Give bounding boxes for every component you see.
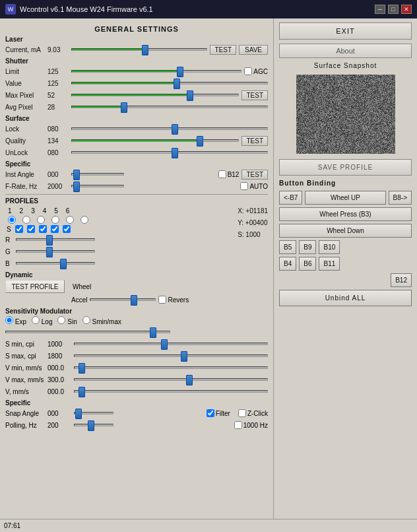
v-label: V, mm/s	[5, 388, 45, 395]
s-min-slider[interactable]	[74, 339, 268, 349]
profile-radio-3[interactable]	[37, 216, 45, 224]
b12-checkbox[interactable]	[218, 170, 226, 178]
surface-lock-slider[interactable]	[71, 123, 268, 134]
agc-checkbox[interactable]	[244, 67, 252, 75]
auto-checkbox[interactable]	[240, 182, 248, 190]
profile-radio-4[interactable]	[51, 216, 59, 224]
profile-check-3[interactable]	[39, 225, 47, 233]
s-min-label: S min, cpi	[5, 341, 45, 348]
v-max-label: V max, mm/s	[5, 376, 45, 383]
profile-radio-6[interactable]	[80, 216, 88, 224]
b10-button[interactable]: B10	[319, 240, 340, 254]
sin-radio[interactable]	[57, 316, 65, 324]
close-button[interactable]: ✕	[401, 5, 412, 14]
v-slider[interactable]	[74, 386, 268, 397]
profile-check-4[interactable]	[51, 225, 59, 233]
surface-unlock-slider[interactable]	[71, 147, 268, 158]
profile-radio-2[interactable]	[22, 216, 30, 224]
g-slider[interactable]	[16, 246, 95, 257]
profile-check-2[interactable]	[27, 225, 35, 233]
auto-checkbox-row: AUTO	[240, 182, 268, 190]
b5-button[interactable]: B5	[279, 240, 296, 254]
filter-checkbox[interactable]	[207, 409, 214, 417]
sens-full-slider[interactable]	[5, 327, 170, 337]
profiles-rgb-container: 1 2 3 4 5 6 S	[5, 206, 268, 269]
laser-save-button[interactable]: SAVE	[239, 45, 268, 55]
exit-button[interactable]: EXIT	[279, 22, 412, 40]
wheel-label: Wheel	[73, 283, 91, 290]
exp-radio-label[interactable]: Exp	[5, 316, 26, 325]
r-slider[interactable]	[16, 234, 95, 245]
s-value: S: 1000	[238, 230, 268, 240]
s-max-slider[interactable]	[74, 350, 268, 361]
laser-test-button[interactable]: TEST	[210, 45, 236, 55]
specific-test-button[interactable]: TEST	[241, 170, 268, 180]
surface-quality-row: Quality 134 TEST	[5, 135, 268, 146]
shutter-test-button[interactable]: TEST	[241, 90, 268, 100]
profile-radio-1[interactable]	[8, 216, 16, 224]
exp-radio[interactable]	[5, 316, 13, 324]
laser-slider[interactable]	[71, 44, 207, 55]
r-label: R	[5, 236, 13, 244]
accel-slider[interactable]	[90, 294, 156, 305]
dynamic-label: Dynamic	[5, 271, 268, 279]
specific-frate-slider[interactable]	[71, 181, 124, 191]
surface-test-button[interactable]: TEST	[241, 136, 268, 146]
unbind-all-button[interactable]: Unbind ALL	[279, 290, 412, 306]
surface-quality-slider[interactable]	[71, 135, 239, 146]
b8-button[interactable]: B8->	[389, 191, 412, 205]
filter-checkbox-row: Filter	[207, 409, 230, 417]
shutter-limit-value: 125	[48, 68, 69, 75]
b9-button[interactable]: B9	[299, 240, 316, 254]
b12-bind-button[interactable]: B12	[391, 273, 412, 287]
wheel-up-button[interactable]: Wheel UP	[305, 191, 385, 205]
profile-num-6: 6	[66, 207, 70, 215]
specific-inst-value: 000	[48, 171, 69, 178]
specific2-polling-row: Polling, Hz 200 1000 Hz	[5, 420, 268, 430]
b-slider[interactable]	[16, 258, 95, 269]
polling-value: 200	[48, 422, 71, 429]
zclick-checkbox[interactable]	[238, 409, 246, 417]
wheel-press-button[interactable]: Wheel Press (B3)	[279, 207, 412, 221]
specific-inst-slider[interactable]	[71, 169, 124, 180]
snap-angle-slider[interactable]	[74, 408, 113, 418]
surface-group-label: Surface	[5, 115, 268, 122]
surface-quality-label: Quality	[5, 137, 45, 145]
about-button[interactable]: About	[279, 44, 412, 58]
test-profile-button[interactable]: TEST PROFILE	[5, 280, 65, 293]
profile-radio-5[interactable]	[66, 216, 74, 224]
profile-check-1[interactable]	[15, 225, 23, 233]
polling-slider[interactable]	[74, 420, 113, 430]
hz1000-checkbox[interactable]	[234, 421, 242, 429]
b7-button[interactable]: <-B7	[279, 191, 302, 205]
v-min-slider[interactable]	[74, 362, 268, 373]
maximize-button[interactable]: □	[388, 5, 399, 14]
zclick-label: Z-Click	[247, 410, 268, 417]
log-radio[interactable]	[32, 316, 40, 324]
sin-radio-label[interactable]: Sin	[57, 316, 77, 325]
revers-checkbox[interactable]	[158, 296, 166, 304]
save-profile-button[interactable]: SAVE PROFILE	[279, 159, 412, 176]
wheel-down-button[interactable]: Wheel Down	[279, 224, 412, 238]
shutter-maxpixel-slider[interactable]	[71, 90, 239, 100]
sminmax-radio-label[interactable]: Smin/max	[82, 316, 121, 325]
b12-label: B12	[228, 171, 240, 178]
surface-snapshot-label: Surface Snapshot	[279, 62, 412, 69]
shutter-limit-slider[interactable]	[71, 66, 241, 77]
v-max-slider[interactable]	[74, 374, 268, 385]
y-value: Y: +00400	[238, 218, 268, 228]
b6-button[interactable]: B6	[299, 257, 316, 271]
surface-snapshot-image	[296, 75, 395, 154]
profile-check-5[interactable]	[63, 225, 71, 233]
shutter-value-slider[interactable]	[71, 78, 268, 88]
s-min-value: 1000	[48, 341, 71, 348]
title-bar: W Wcontrol v6.1 Mouse W24 Firmware v6.1 …	[0, 0, 417, 18]
b11-button[interactable]: B11	[319, 257, 340, 271]
log-radio-label[interactable]: Log	[32, 316, 52, 325]
binding-row-2: Wheel Press (B3)	[279, 207, 412, 221]
shutter-limit-row: Limit 125 AGC	[5, 66, 268, 77]
b4-button[interactable]: B4	[279, 257, 296, 271]
shutter-avgpixel-slider[interactable]	[71, 102, 268, 112]
sminmax-radio[interactable]	[82, 316, 90, 324]
minimize-button[interactable]: ─	[375, 5, 385, 14]
